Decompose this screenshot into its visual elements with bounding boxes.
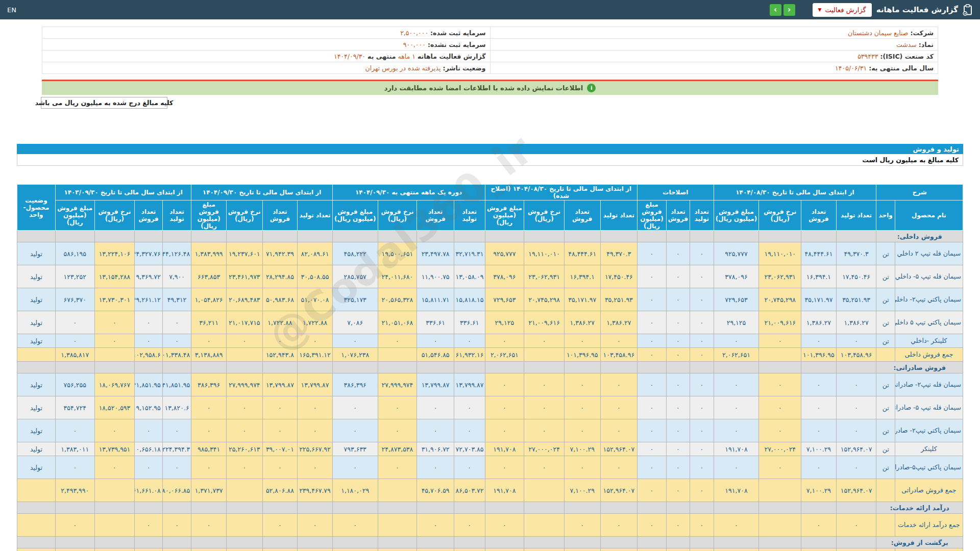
value-cell: ۰ (378, 396, 417, 419)
value-cell: ۵۸۶,۱۹۵ (55, 242, 94, 265)
value-cell (94, 514, 135, 537)
section-cell (332, 502, 378, 514)
value-cell (759, 479, 801, 502)
publisher-status-value: پذیرفته شده در بورس تهران (365, 64, 441, 72)
section-cell (801, 362, 837, 373)
column-header: تعداد تولید (298, 201, 333, 231)
status-cell: تولید (17, 242, 56, 265)
section-cell (759, 362, 801, 373)
value-cell: ۰ (836, 456, 876, 479)
section-label: درآمد ارائه خدمات: (876, 502, 963, 514)
value-cell: ۰ (836, 334, 876, 348)
value-cell: ۰ (162, 419, 191, 442)
value-cell: ۰ (638, 288, 667, 311)
value-cell (836, 548, 876, 551)
section-cell (524, 537, 565, 548)
isic-value: ۵۳۹۴۳۳ (857, 53, 878, 60)
value-cell (690, 548, 714, 551)
value-cell: ۰ (524, 419, 565, 442)
section-cell (801, 231, 837, 242)
value-cell: ۵۱,۰۷۰.۰۸ (298, 288, 333, 311)
product-name-cell: کلینکر (895, 442, 963, 456)
value-cell: ۰ (666, 442, 690, 456)
next-report-button[interactable]: › (783, 4, 795, 16)
table-row: کلینکر -داخليتن۰۰۰۰۰۰۰۰۰۰۰۰۰۰۰۰۰۰۰۰۰۰۰تو… (17, 334, 963, 348)
column-header: مبلغ فروش (میلیون ریال) (485, 201, 524, 231)
value-cell: ۰ (638, 442, 667, 456)
section-cell (191, 362, 227, 373)
value-cell: ۲۹,۱۲۵ (485, 311, 524, 334)
product-name-cell: سیمان فله تیپ ۵- صادراتي (895, 396, 963, 419)
chevron-right-icon: › (788, 5, 791, 14)
section-cell (836, 231, 876, 242)
section-cell (485, 231, 524, 242)
signature-note: اطلاعات نمایش داده شده با اطلاعات امضا ش… (384, 84, 583, 92)
value-cell: ۴۱,۸۵۱.۹۵ (135, 373, 162, 396)
section-label: برگشت از فروش: (876, 537, 963, 548)
section-cell (332, 537, 378, 548)
value-cell: ۰ (454, 396, 485, 419)
chevron-left-icon: ‹ (774, 5, 777, 14)
value-cell: ۰ (666, 373, 690, 396)
report-type-dropdown[interactable]: گزارش فعالیت ▼ (813, 3, 872, 17)
section-cell (638, 231, 667, 242)
value-cell: ۰ (564, 396, 600, 419)
table-row: جمع فروش داخلی۱۰۳,۴۵۸.۹۶۱۰۱,۳۹۶.۹۵۲,۰۶۲,… (17, 348, 963, 362)
section-cell (836, 537, 876, 548)
production-section: تولید و فروش کلیه مبالغ به میلیون ریال ا… (17, 144, 963, 551)
value-cell: ۸۲,۰۸۹.۶۱ (298, 242, 333, 265)
value-cell: ۷۵۶,۲۵۵ (55, 373, 94, 396)
value-cell: ۶۱,۹۳۲.۱۶ (454, 348, 485, 362)
section-cell (226, 537, 262, 548)
value-cell (524, 548, 565, 551)
section-cell (162, 362, 191, 373)
value-cell: ۰ (801, 419, 837, 442)
language-toggle[interactable]: EN (7, 6, 16, 14)
report-date-value: ۱۴۰۴/۰۹/۳۰ (334, 53, 365, 60)
value-cell: ۰ (714, 373, 759, 396)
value-cell: ۰ (690, 419, 714, 442)
amounts-note-box: کلیه مبالغ درج شده به میلیون ریال می باش… (41, 97, 167, 109)
value-cell: ۰ (759, 334, 801, 348)
value-cell: ۰ (94, 456, 135, 479)
section-cell (55, 537, 94, 548)
value-cell: ۰ (262, 548, 298, 551)
value-cell: ۱۳,۸۲۰.۶ (162, 396, 191, 419)
value-cell: ۱۰۱,۳۹۶.۹۵ (564, 348, 600, 362)
value-cell: ۰ (801, 456, 837, 479)
table-row: سیمان پاکتي تیپ۲- صادراتيتن۰۰۰۰۰۰۰۰۰۰۰۰۰… (17, 419, 963, 442)
value-cell: ۹۲۵,۷۷۷ (485, 242, 524, 265)
value-cell: ۲۳,۰۶۲,۹۳۱ (759, 265, 801, 288)
value-cell: ۴۹,۲۶۱.۱۲ (135, 288, 162, 311)
value-cell (298, 548, 333, 551)
value-cell: ۲۸۵,۷۵۷ (332, 265, 378, 288)
value-cell: ۴۹,۳۷۰.۳ (836, 242, 876, 265)
column-header: تعداد تولید (162, 201, 191, 231)
value-cell: ۲۷,۹۹۹,۹۷۴ (378, 373, 417, 396)
value-cell: ۱۹۱,۷۰۸ (485, 479, 524, 502)
value-cell: ۰ (262, 456, 298, 479)
section-cell (524, 231, 565, 242)
value-cell: ۱,۳۸۶.۲۷ (836, 311, 876, 334)
value-cell: ۰ (690, 242, 714, 265)
value-cell: ۰ (666, 265, 690, 288)
value-cell: ۲۷,۰۰۰,۰۲۴ (759, 442, 801, 456)
product-name-cell: سیمان فله تیپ ۵- داخلي (895, 265, 963, 288)
value-cell: ۰ (714, 334, 759, 348)
section-cell (226, 231, 262, 242)
value-cell: ۰ (332, 419, 378, 442)
column-header: تعداد تولید (454, 201, 485, 231)
previous-report-button[interactable]: ‹ (770, 4, 781, 16)
section-cell (226, 502, 262, 514)
isic-label: کد صنعت (ISIC): (880, 53, 934, 60)
value-cell: ۲,۴۹۳,۹۹۰ (55, 479, 94, 502)
value-cell: ۱۹۱,۷۰۸ (485, 442, 524, 456)
value-cell: ۰ (135, 311, 162, 334)
value-cell: ۱۹,۱۵۲.۹۵ (135, 396, 162, 419)
signature-bar: i اطلاعات نمایش داده شده با اطلاعات امضا… (42, 81, 938, 95)
value-cell: ۰ (162, 456, 191, 479)
section-cell (454, 537, 485, 548)
value-cell (759, 548, 801, 551)
value-cell: ۱۶,۳۹۴.۱ (801, 265, 837, 288)
section-cell (454, 502, 485, 514)
